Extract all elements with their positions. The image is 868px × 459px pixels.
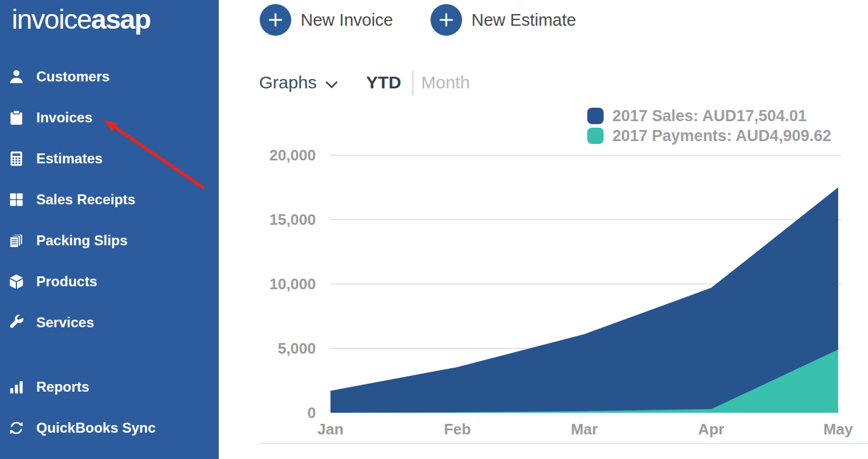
sales-payments-area-chart: 05,00010,00015,00020,000JanFebMarAprMay [0,0,868,459]
graphs-dropdown[interactable]: Graphs [259,73,338,93]
x-tick-label: Mar [571,420,598,438]
x-tick-label: Feb [444,420,471,438]
x-tick-label: May [824,420,853,438]
legend-label: 2017 Payments: AUD4,909.62 [612,127,831,145]
graphs-dropdown-label: Graphs [259,73,316,93]
x-tick-label: Jan [318,420,344,438]
legend-label: 2017 Sales: AUD17,504.01 [612,107,807,125]
tab-month[interactable]: Month [421,73,470,93]
legend-item: 2017 Sales: AUD17,504.01 [587,107,831,125]
legend-swatch [587,108,604,124]
y-tick-label: 10,000 [269,275,316,293]
legend-swatch [587,128,604,144]
y-tick-label: 15,000 [269,211,316,228]
y-tick-label: 20,000 [269,146,316,164]
area-series-sales [330,187,838,413]
chart-legend: 2017 Sales: AUD17,504.012017 Payments: A… [587,107,831,147]
x-tick-label: Apr [698,420,725,438]
chevron-down-icon [325,81,338,89]
y-tick-label: 5,000 [278,340,316,357]
tab-ytd[interactable]: YTD [366,73,401,93]
y-tick-label: 0 [308,404,316,422]
tab-divider [412,71,414,95]
legend-item: 2017 Payments: AUD4,909.62 [587,127,831,145]
